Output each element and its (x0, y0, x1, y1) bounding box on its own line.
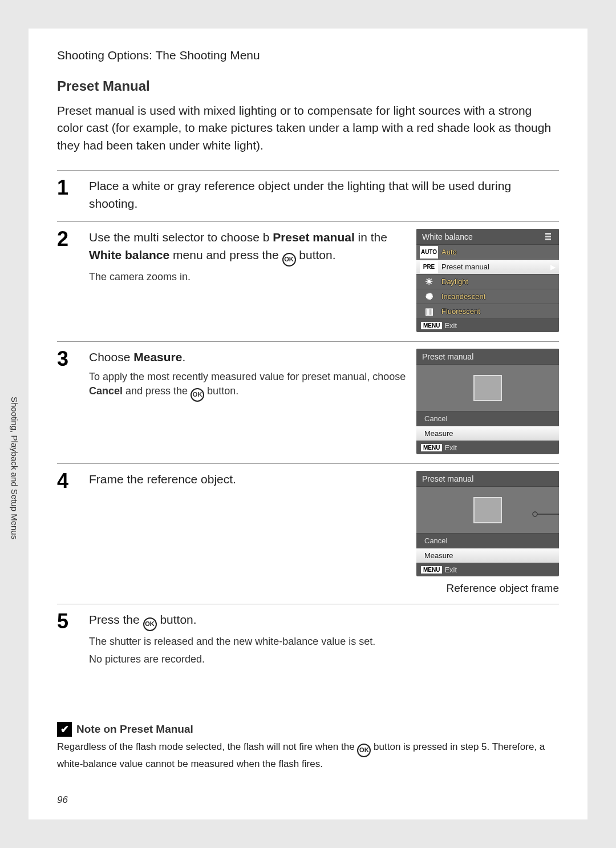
ok-button-icon: OK (143, 617, 157, 631)
text-bold: Preset manual (273, 231, 355, 244)
side-tab-text: Shooting, Playback and Setup Menus (10, 397, 19, 539)
section-title: Preset Manual (57, 78, 559, 94)
cancel-option[interactable]: Cancel (416, 411, 559, 426)
svg-point-0 (533, 512, 537, 516)
text-bold: Cancel (89, 385, 123, 397)
menu-badge: MENU (421, 322, 442, 329)
wb-option-incandescent[interactable]: ✺ Incandescent (416, 289, 559, 304)
text-part: button. (157, 613, 197, 626)
text-part: Use the multi selector to choose b (89, 231, 273, 244)
text-part: Choose (89, 350, 133, 364)
screen-title-text: Preset manual (422, 474, 473, 483)
wb-label: Preset manual (441, 263, 550, 271)
text-part: To apply the most recently measured valu… (89, 371, 406, 382)
wb-label: Daylight (441, 277, 559, 286)
step-number: 5 (57, 611, 76, 667)
step-1-text: Place a white or gray reference object u… (89, 177, 559, 212)
text-part: . (182, 350, 185, 364)
camera-screen-title: White balance (416, 229, 559, 245)
camera-screen-white-balance: White balance AUTO Auto PRE Preset manua… (416, 229, 559, 332)
check-icon: ✔ (57, 722, 72, 737)
sun-icon: ☀ (420, 276, 438, 288)
note-block: ✔ Note on Preset Manual Regardless of th… (57, 722, 559, 772)
step-3-text: Choose Measure. (89, 349, 406, 366)
step-number: 1 (57, 177, 76, 212)
text-part: Press the (89, 613, 143, 626)
step-5-sub-a: The shutter is released and the new whit… (89, 635, 559, 649)
camera-screen-preset-manual-1: Preset manual Cancel Measure MENU Exit (416, 349, 559, 454)
camera-screen-title: Preset manual (416, 471, 559, 487)
reference-frame-label: Reference object frame (422, 582, 559, 595)
step-5-text: Press the OK button. (89, 611, 559, 631)
step-3: 3 Choose Measure. To apply the most rece… (57, 341, 559, 463)
camera-screen-preset-manual-2: Preset manual Cancel Measure ME (416, 471, 559, 576)
ok-button-icon: OK (357, 744, 371, 757)
step-2-text: Use the multi selector to choose b Prese… (89, 229, 406, 266)
text-part: in the (355, 231, 387, 244)
side-tab: Shooting, Playback and Setup Menus (0, 354, 29, 582)
note-title: Note on Preset Manual (76, 723, 193, 736)
menu-badge: MENU (421, 444, 442, 451)
step-number: 4 (57, 471, 76, 595)
measure-option[interactable]: Measure (416, 426, 559, 441)
preview-area (416, 487, 559, 534)
wb-label: Fluorescent (441, 307, 559, 316)
step-4: 4 Frame the reference object. Preset man… (57, 463, 559, 604)
step-3-sub: To apply the most recently measured valu… (89, 370, 406, 402)
preview-square (473, 375, 502, 401)
measure-option[interactable]: Measure (416, 548, 559, 563)
pre-icon: PRE (420, 261, 438, 273)
intro-paragraph: Preset manual is used with mixed lightin… (57, 102, 559, 154)
text-part: menu and press the (169, 248, 282, 261)
exit-label: Exit (444, 566, 457, 574)
menu-badge: MENU (421, 566, 442, 574)
step-5-sub-b: No pictures are recorded. (89, 652, 559, 667)
step-2-sub: The camera zooms in. (89, 270, 406, 284)
fluorescent-icon: ▥ (420, 305, 438, 318)
screen-title-text: Preset manual (422, 352, 473, 361)
wb-option-fluorescent[interactable]: ▥ Fluorescent (416, 304, 559, 319)
text-part: and press the (123, 385, 191, 397)
chevron-right-icon: ▶ (550, 263, 559, 271)
ok-button-icon: OK (191, 388, 204, 402)
exit-label: Exit (444, 321, 457, 330)
text-bold: Measure (133, 350, 182, 364)
page-number: 96 (57, 794, 68, 806)
page-header: Shooting Options: The Shooting Menu (57, 49, 559, 62)
wb-option-daylight[interactable]: ☀ Daylight (416, 274, 559, 289)
step-2: 2 Use the multi selector to choose b Pre… (57, 221, 559, 341)
step-number: 2 (57, 229, 76, 332)
text-bold: White balance (89, 248, 169, 261)
cancel-option[interactable]: Cancel (416, 534, 559, 548)
wb-label: Incandescent (441, 292, 559, 301)
list-icon (545, 233, 553, 241)
preview-area (416, 365, 559, 411)
reference-object-frame (473, 497, 502, 523)
step-number: 3 (57, 349, 76, 454)
bulb-icon: ✺ (420, 290, 438, 303)
wb-label: Auto (441, 248, 559, 256)
wb-option-auto[interactable]: AUTO Auto (416, 245, 559, 260)
wb-option-preset-manual[interactable]: PRE Preset manual ▶ (416, 260, 559, 274)
step-4-text: Frame the reference object. (89, 471, 406, 488)
note-text: Regardless of the flash mode selected, t… (57, 740, 559, 772)
text-part: button. (296, 248, 336, 261)
step-1: 1 Place a white or gray reference object… (57, 170, 559, 221)
note-heading: ✔ Note on Preset Manual (57, 722, 559, 737)
camera-screen-title: Preset manual (416, 349, 559, 365)
camera-footer: MENU Exit (416, 563, 559, 576)
camera-footer: MENU Exit (416, 441, 559, 454)
text-part: button. (204, 385, 238, 397)
screen-title-text: White balance (422, 232, 473, 241)
ok-button-icon: OK (282, 253, 296, 266)
auto-icon: AUTO (420, 246, 438, 259)
step-5: 5 Press the OK button. The shutter is re… (57, 604, 559, 676)
text-part: Regardless of the flash mode selected, t… (57, 741, 357, 752)
exit-label: Exit (444, 443, 457, 452)
camera-footer: MENU Exit (416, 319, 559, 332)
